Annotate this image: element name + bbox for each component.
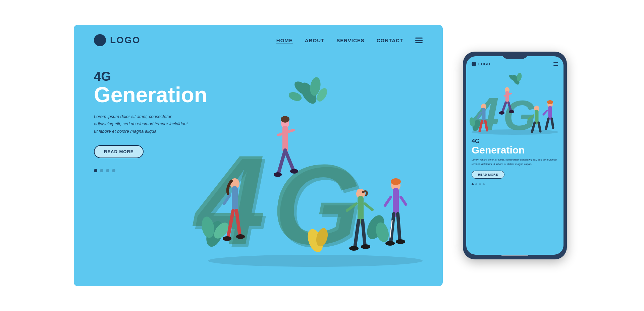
- svg-point-61: [499, 111, 504, 115]
- nav-services[interactable]: SERVICES: [336, 38, 365, 43]
- mobile-dot-4[interactable]: [483, 183, 485, 185]
- main-illustration-svg: 4 4 G G: [174, 46, 443, 274]
- svg-line-76: [543, 111, 547, 115]
- svg-point-22: [274, 172, 282, 177]
- hero-left-content: 4G Generation Lorem ipsum dolor sit amet…: [94, 60, 201, 172]
- mobile-dot-3[interactable]: [479, 183, 481, 185]
- hamburger-menu[interactable]: [415, 38, 423, 43]
- mobile-hero-content: 4G Generation Lorem ipsum dolor sit amet…: [466, 136, 564, 185]
- mobile-frame: LOGO 4 G: [463, 52, 567, 259]
- page-wrapper: LOGO HOME ABOUT SERVICES CONTACT 4G Gene…: [17, 25, 627, 286]
- svg-line-67: [485, 121, 487, 130]
- nav-about[interactable]: ABOUT: [305, 38, 324, 43]
- svg-line-35: [365, 204, 372, 210]
- svg-point-38: [349, 246, 359, 251]
- read-more-button[interactable]: READ MORE: [94, 145, 144, 158]
- mobile-description: Lorem ipsum dolor sit amet, consectetur …: [472, 158, 558, 167]
- mobile-home-indicator: [501, 255, 528, 256]
- mobile-hamburger[interactable]: [553, 62, 558, 66]
- navbar: LOGO HOME ABOUT SERVICES CONTACT: [74, 25, 443, 46]
- mobile-illustration: 4 G: [466, 69, 564, 136]
- svg-line-77: [546, 119, 548, 129]
- svg-line-46: [398, 214, 400, 241]
- hero-section: 4G Generation Lorem ipsum dolor sit amet…: [74, 46, 443, 274]
- dot-3[interactable]: [106, 169, 109, 172]
- svg-line-37: [363, 221, 365, 246]
- mobile-carousel-dots: [472, 183, 558, 185]
- mobile-screen: LOGO 4 G: [466, 56, 564, 255]
- hero-illustration: 4 4 G G: [174, 46, 443, 274]
- svg-line-43: [385, 197, 391, 205]
- hero-title-small: 4G: [94, 70, 201, 84]
- svg-point-74: [547, 100, 553, 104]
- svg-point-48: [385, 241, 395, 246]
- mobile-title-small: 4G: [472, 138, 558, 145]
- mobile-title-large: Generation: [472, 145, 558, 156]
- logo-text: LOGO: [110, 35, 140, 46]
- logo-area: LOGO: [94, 34, 140, 46]
- mobile-mockup-wrapper: LOGO 4 G: [463, 52, 570, 259]
- svg-text:4: 4: [193, 131, 268, 274]
- svg-point-41: [391, 178, 401, 185]
- dot-1[interactable]: [94, 169, 97, 172]
- dot-4[interactable]: [112, 169, 115, 172]
- carousel-dots: [94, 169, 201, 172]
- nav-links: HOME ABOUT SERVICES CONTACT: [276, 38, 423, 43]
- mobile-illustration-svg: 4 G: [466, 69, 564, 136]
- svg-line-44: [401, 197, 406, 204]
- svg-line-78: [552, 119, 553, 128]
- logo-icon: [94, 34, 106, 46]
- hero-title-large: Generation: [94, 84, 201, 106]
- mobile-logo-icon: [472, 62, 476, 66]
- svg-point-31: [236, 234, 245, 239]
- hero-description: Lorem ipsum dolor sit amet, consectetur …: [94, 113, 188, 135]
- mobile-dot-1[interactable]: [472, 183, 474, 185]
- mobile-logo-text: LOGO: [478, 62, 490, 66]
- mobile-dot-2[interactable]: [475, 183, 477, 185]
- desktop-mockup: LOGO HOME ABOUT SERVICES CONTACT 4G Gene…: [74, 25, 443, 286]
- svg-point-23: [290, 169, 298, 174]
- mobile-read-more-button[interactable]: READ MORE: [472, 171, 504, 179]
- svg-point-62: [509, 110, 514, 113]
- mobile-notch: [501, 52, 528, 59]
- nav-home[interactable]: HOME: [276, 38, 293, 43]
- svg-point-39: [361, 244, 370, 249]
- mobile-logo-area: LOGO: [472, 62, 490, 66]
- svg-line-72: [539, 123, 540, 131]
- svg-point-30: [223, 236, 231, 241]
- nav-contact[interactable]: CONTACT: [377, 38, 403, 43]
- svg-point-24: [281, 116, 289, 123]
- dot-2[interactable]: [100, 169, 103, 172]
- svg-point-49: [396, 239, 405, 244]
